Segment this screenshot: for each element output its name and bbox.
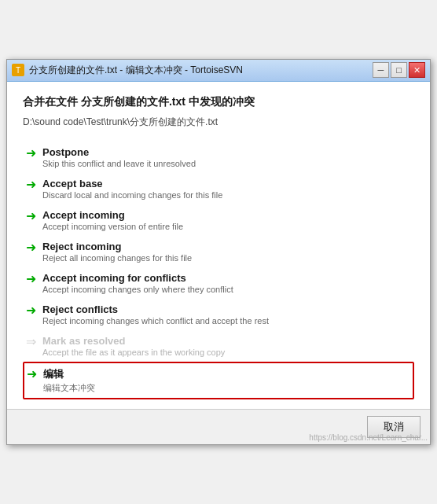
arrow-icon-postpone: ➜ (26, 147, 36, 160)
arrow-icon-reject-incoming: ➜ (26, 241, 36, 254)
minimize-button[interactable]: ─ (373, 62, 389, 78)
option-postpone-label: Postpone (42, 146, 196, 158)
option-accept-incoming-conflicts[interactable]: ➜ Accept incoming for conflicts Accept i… (23, 267, 414, 299)
option-reject-incoming-label: Reject incoming (42, 241, 192, 252)
option-reject-conflicts[interactable]: ➜ Reject conflicts Reject incoming chang… (23, 299, 414, 330)
option-accept-base[interactable]: ➜ Accept base Discard local and incoming… (23, 173, 414, 204)
maximize-button[interactable]: □ (391, 62, 407, 78)
option-accept-incoming-label: Accept incoming (42, 209, 183, 221)
file-path: D:\sound code\Test\trunk\分支所创建的文件.txt (23, 116, 414, 129)
option-accept-base-desc: Discard local and incoming changes for t… (42, 190, 222, 200)
arrow-icon-mark-resolved: ⇒ (26, 336, 36, 348)
option-postpone[interactable]: ➜ Postpone Skip this conflict and leave … (23, 142, 414, 173)
option-reject-incoming-desc: Reject all incoming changes for this fil… (42, 253, 192, 263)
watermark: https://blog.csdn.net/Learn_char... (306, 433, 431, 442)
titlebar-buttons: ─ □ ✕ (373, 62, 425, 78)
option-postpone-desc: Skip this conflict and leave it unresolv… (42, 159, 196, 168)
option-edit[interactable]: ➜ 编辑 编辑文本冲突 (23, 362, 414, 399)
arrow-icon-accept-incoming: ➜ (26, 210, 36, 223)
option-reject-incoming[interactable]: ➜ Reject incoming Reject all incoming ch… (23, 236, 414, 267)
option-reject-conflicts-desc: Reject incoming changes which conflict a… (42, 316, 269, 326)
option-accept-incoming-conflicts-label: Accept incoming for conflicts (42, 272, 233, 284)
dialog-content: 合并在文件 分支所创建的文件.txt 中发现的冲突 D:\sound code\… (7, 82, 430, 410)
close-button[interactable]: ✕ (409, 62, 425, 78)
arrow-icon-accept-base: ➜ (26, 178, 36, 191)
option-accept-base-label: Accept base (42, 178, 222, 189)
option-mark-resolved-desc: Accept the file as it appears in the wor… (42, 348, 225, 357)
option-accept-incoming[interactable]: ➜ Accept incoming Accept incoming versio… (23, 204, 414, 236)
option-reject-conflicts-label: Reject conflicts (42, 304, 269, 315)
main-window: T 分支所创建的文件.txt - 编辑文本冲突 - TortoiseSVN ─ … (6, 59, 431, 446)
arrow-icon-reject-conflicts: ➜ (26, 304, 36, 317)
window-title: 分支所创建的文件.txt - 编辑文本冲突 - TortoiseSVN (29, 64, 243, 77)
option-edit-label: 编辑 (43, 367, 95, 381)
titlebar-left: T 分支所创建的文件.txt - 编辑文本冲突 - TortoiseSVN (12, 64, 243, 77)
option-mark-resolved: ⇒ Mark as resolved Accept the file as it… (23, 330, 414, 362)
dialog-title: 合并在文件 分支所创建的文件.txt 中发现的冲突 (23, 94, 414, 110)
option-edit-desc: 编辑文本冲突 (43, 382, 95, 394)
arrow-icon-edit: ➜ (27, 368, 37, 381)
options-list: ➜ Postpone Skip this conflict and leave … (23, 142, 414, 399)
option-accept-incoming-conflicts-desc: Accept incoming changes only where they … (42, 285, 233, 294)
arrow-icon-accept-incoming-conflicts: ➜ (26, 273, 36, 285)
titlebar: T 分支所创建的文件.txt - 编辑文本冲突 - TortoiseSVN ─ … (7, 60, 430, 82)
option-mark-resolved-label: Mark as resolved (42, 335, 225, 347)
option-accept-incoming-desc: Accept incoming version of entire file (42, 222, 183, 231)
app-icon: T (12, 64, 24, 76)
